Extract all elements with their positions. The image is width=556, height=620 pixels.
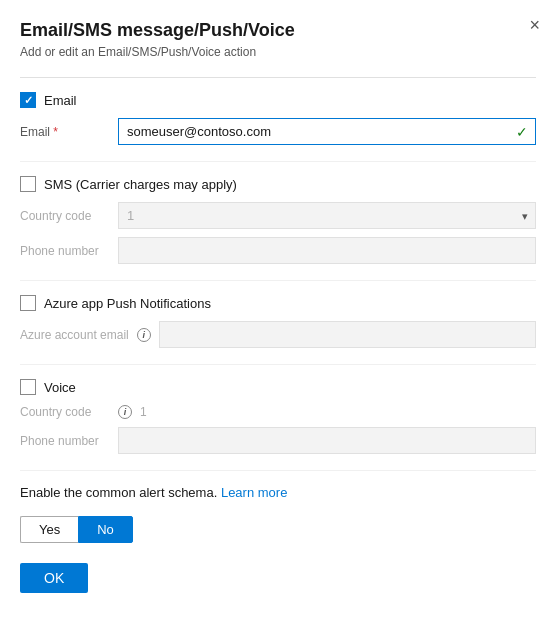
push-section: Azure app Push Notifications Azure accou…	[20, 295, 536, 348]
sms-section-label: SMS (Carrier charges may apply)	[44, 177, 237, 192]
email-field-row: Email * ✓	[20, 118, 536, 145]
yes-button[interactable]: Yes	[20, 516, 78, 543]
no-button[interactable]: No	[78, 516, 133, 543]
alert-schema-text: Enable the common alert schema.	[20, 485, 217, 500]
voice-section: Voice Country code i 1 Phone number	[20, 379, 536, 454]
push-email-row: Azure account email i	[20, 321, 536, 348]
voice-divider	[20, 364, 536, 365]
email-section-label: Email	[44, 93, 77, 108]
email-input[interactable]	[118, 118, 536, 145]
sms-divider	[20, 161, 536, 162]
push-section-label: Azure app Push Notifications	[44, 296, 211, 311]
sms-checkbox[interactable]	[20, 176, 36, 192]
push-divider	[20, 280, 536, 281]
push-info-icon[interactable]: i	[137, 328, 151, 342]
voice-country-value: 1	[140, 405, 147, 419]
email-field-label: Email *	[20, 125, 110, 139]
required-asterisk: *	[53, 125, 58, 139]
learn-more-link[interactable]: Learn more	[221, 485, 287, 500]
sms-country-row: Country code ▾	[20, 202, 536, 229]
email-section: Email Email * ✓	[20, 92, 536, 145]
push-email-input	[159, 321, 536, 348]
push-email-label: Azure account email	[20, 328, 129, 342]
ok-button[interactable]: OK	[20, 563, 88, 593]
email-input-wrap: ✓	[118, 118, 536, 145]
voice-info-icon[interactable]: i	[118, 405, 132, 419]
toggle-group: Yes No	[20, 516, 536, 543]
sms-country-select-wrap: ▾	[118, 202, 536, 229]
sms-phone-label: Phone number	[20, 244, 110, 258]
voice-checkbox[interactable]	[20, 379, 36, 395]
sms-country-input	[118, 202, 536, 229]
sms-section: SMS (Carrier charges may apply) Country …	[20, 176, 536, 264]
dialog-title: Email/SMS message/Push/Voice	[20, 20, 536, 41]
push-section-header: Azure app Push Notifications	[20, 295, 536, 311]
sms-section-header: SMS (Carrier charges may apply)	[20, 176, 536, 192]
dialog: × Email/SMS message/Push/Voice Add or ed…	[0, 0, 556, 620]
email-section-header: Email	[20, 92, 536, 108]
push-checkbox[interactable]	[20, 295, 36, 311]
voice-section-label: Voice	[44, 380, 76, 395]
email-check-icon: ✓	[516, 124, 528, 140]
voice-section-header: Voice	[20, 379, 536, 395]
sms-phone-input	[118, 237, 536, 264]
voice-phone-label: Phone number	[20, 434, 110, 448]
voice-country-row: Country code i 1	[20, 405, 536, 419]
voice-phone-row: Phone number	[20, 427, 536, 454]
alert-schema-row: Enable the common alert schema. Learn mo…	[20, 485, 536, 500]
sms-phone-row: Phone number	[20, 237, 536, 264]
sms-country-label: Country code	[20, 209, 110, 223]
voice-phone-input	[118, 427, 536, 454]
voice-country-label: Country code	[20, 405, 110, 419]
alert-divider	[20, 470, 536, 471]
close-button[interactable]: ×	[529, 16, 540, 34]
title-divider	[20, 77, 536, 78]
dialog-subtitle: Add or edit an Email/SMS/Push/Voice acti…	[20, 45, 536, 59]
email-checkbox[interactable]	[20, 92, 36, 108]
